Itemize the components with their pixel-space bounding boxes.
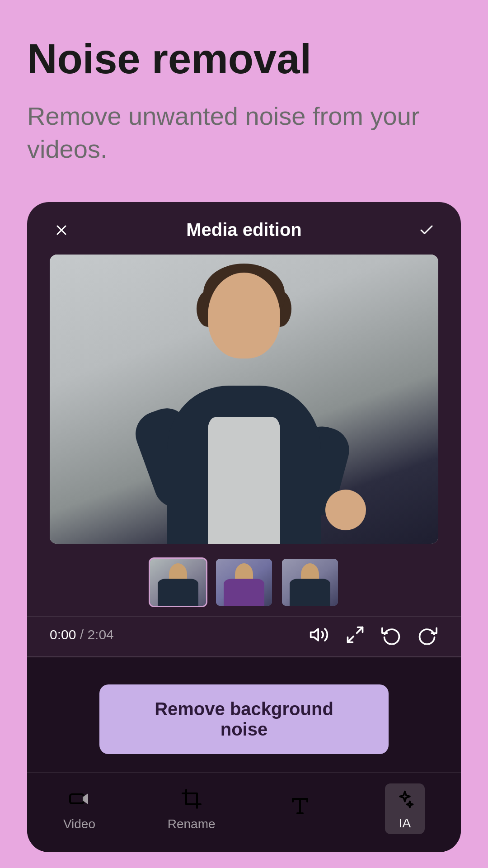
page-subtitle: Remove unwanted noise from your videos. — [27, 100, 461, 166]
thumbnail-2[interactable] — [215, 557, 273, 607]
bottom-nav: Video Rename — [27, 772, 461, 852]
media-editor-header: Media edition — [27, 202, 461, 255]
playback-bar: 0:00 / 2:04 — [27, 616, 461, 656]
nav-label-video: Video — [63, 817, 95, 831]
page-title: Noise removal — [27, 36, 461, 82]
video-person-silhouette — [50, 255, 438, 544]
phone-card: Media edition — [27, 202, 461, 852]
confirm-button[interactable] — [415, 218, 438, 242]
rewind-button[interactable] — [380, 624, 402, 646]
thumbnail-1[interactable] — [149, 557, 207, 607]
nav-item-ia[interactable]: IA — [376, 783, 434, 834]
svg-line-4 — [348, 636, 354, 642]
thumb-img-2 — [216, 559, 272, 606]
nav-label-rename: Rename — [168, 817, 216, 831]
bottom-panel: Remove background noise — [27, 657, 461, 772]
thumbnail-strip — [27, 544, 461, 616]
svg-rect-5 — [70, 794, 84, 803]
volume-button[interactable] — [308, 624, 330, 646]
playback-controls — [308, 624, 438, 646]
time-display: 0:00 / 2:04 — [50, 627, 114, 642]
text-icon — [287, 793, 313, 819]
svg-line-3 — [357, 627, 363, 633]
svg-marker-2 — [311, 629, 319, 641]
magic-icon — [392, 787, 418, 812]
thumb-img-3 — [282, 559, 338, 606]
hand-right — [325, 490, 366, 530]
thumbnail-3[interactable] — [281, 557, 339, 607]
video-icon — [66, 786, 92, 811]
top-section: Noise removal Remove unwanted noise from… — [0, 0, 488, 184]
time-current: 0:00 — [50, 627, 76, 642]
editor-title: Media edition — [186, 220, 302, 240]
nav-item-video[interactable]: Video — [54, 786, 104, 831]
video-preview — [50, 255, 438, 544]
thumb-img-1 — [150, 559, 206, 606]
close-button[interactable] — [50, 218, 73, 242]
head — [208, 273, 280, 359]
nav-item-text[interactable] — [278, 793, 322, 824]
remove-background-noise-button[interactable]: Remove background noise — [99, 684, 389, 754]
nav-item-rename[interactable]: Rename — [159, 786, 225, 831]
ia-badge: IA — [385, 783, 425, 834]
time-total-display: / 2:04 — [80, 627, 114, 642]
crop-icon — [179, 786, 204, 811]
shirt — [208, 417, 280, 544]
nav-label-ia: IA — [399, 816, 411, 830]
forward-button[interactable] — [417, 624, 438, 646]
fullscreen-button[interactable] — [344, 624, 366, 646]
